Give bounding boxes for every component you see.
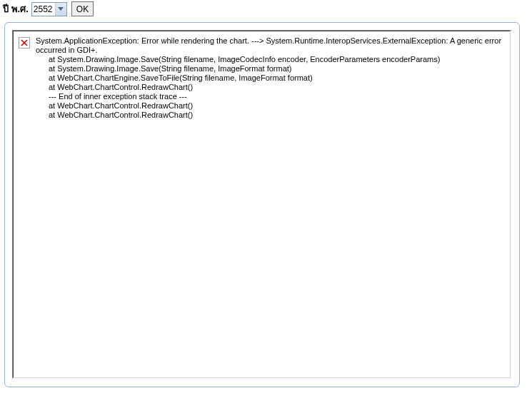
error-text: System.ApplicationException: Error while…: [36, 36, 501, 120]
stack-line: --- End of inner exception stack trace -…: [36, 92, 501, 101]
year-select[interactable]: 2552: [31, 2, 67, 16]
stack-line: at System.Drawing.Image.Save(String file…: [36, 64, 501, 73]
error-frame: System.ApplicationException: Error while…: [4, 22, 520, 387]
error-line-2: occurred in GDI+.: [36, 46, 98, 54]
year-select-value: 2552: [34, 4, 55, 14]
stack-line: at WebChart.ChartControl.RedrawChart(): [36, 101, 501, 111]
error-content: System.ApplicationException: Error while…: [19, 36, 503, 120]
stack-line: at System.Drawing.Image.Save(String file…: [36, 55, 501, 64]
chevron-down-icon[interactable]: [55, 3, 66, 16]
error-panel: System.ApplicationException: Error while…: [12, 30, 512, 379]
stack-line: at WebChart.ChartEngine.SaveToFile(Strin…: [36, 73, 501, 83]
ok-button[interactable]: OK: [71, 1, 94, 16]
stack-line: at WebChart.ChartControl.RedrawChart(): [36, 111, 501, 120]
year-label: ปี พ.ศ.: [3, 1, 29, 16]
stack-line: at WebChart.ChartControl.RedrawChart(): [36, 83, 501, 92]
top-controls: ปี พ.ศ. 2552 OK: [0, 0, 532, 22]
error-line-1: System.ApplicationException: Error while…: [36, 36, 501, 45]
broken-image-icon: [19, 37, 30, 49]
